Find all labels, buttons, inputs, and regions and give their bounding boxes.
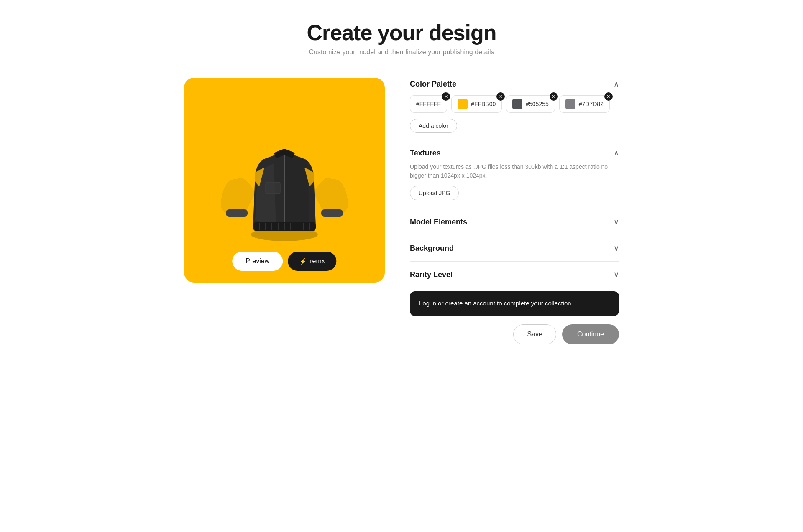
color-palette-header: Color Palette ∧ bbox=[410, 79, 619, 89]
color-palette-chevron-up-icon: ∧ bbox=[614, 79, 619, 89]
rarity-level-title: Rarity Level bbox=[410, 270, 453, 279]
save-button[interactable]: Save bbox=[513, 324, 556, 344]
color-remove-darkgray-button[interactable]: ✕ bbox=[550, 92, 558, 101]
create-account-link[interactable]: create an account bbox=[445, 300, 495, 307]
svg-rect-1 bbox=[226, 209, 248, 217]
action-buttons: Save Continue bbox=[410, 324, 619, 344]
textures-description: Upload your textures as .JPG files less … bbox=[410, 163, 619, 180]
rarity-level-section: Rarity Level ∨ bbox=[410, 262, 619, 288]
main-content: Preview ⚡ remx Color Palette ∧ ✕ #FFFFFF bbox=[109, 69, 694, 369]
color-remove-white-button[interactable]: ✕ bbox=[442, 92, 450, 101]
lightning-icon: ⚡ bbox=[299, 258, 307, 265]
add-color-button[interactable]: Add a color bbox=[410, 119, 457, 133]
login-banner-suffix: to complete your collection bbox=[495, 300, 571, 307]
page-subtitle: Customize your model and then finalize y… bbox=[307, 48, 496, 56]
continue-button[interactable]: Continue bbox=[562, 324, 619, 344]
color-palette-title: Color Palette bbox=[410, 80, 456, 89]
color-item-light-gray: ✕ #7D7D82 bbox=[559, 95, 610, 113]
model-elements-title: Model Elements bbox=[410, 218, 467, 227]
upload-jpg-button[interactable]: Upload JPG bbox=[410, 186, 459, 200]
preview-panel: Preview ⚡ remx bbox=[184, 78, 385, 283]
color-label-yellow: #FFBB00 bbox=[471, 101, 496, 107]
background-chevron-down-icon: ∨ bbox=[614, 244, 619, 253]
color-swatch-dark-gray bbox=[512, 99, 522, 109]
color-item-white: ✕ #FFFFFF bbox=[410, 95, 447, 113]
preview-container: Preview ⚡ remx bbox=[184, 78, 385, 283]
model-elements-header[interactable]: Model Elements ∨ bbox=[410, 217, 619, 227]
background-section: Background ∨ bbox=[410, 235, 619, 262]
preview-buttons: Preview ⚡ remx bbox=[232, 252, 336, 271]
login-link[interactable]: Log in bbox=[419, 300, 436, 307]
color-item-yellow: ✕ #FFBB00 bbox=[451, 95, 502, 113]
preview-button[interactable]: Preview bbox=[232, 252, 283, 271]
rarity-level-header[interactable]: Rarity Level ∨ bbox=[410, 270, 619, 279]
textures-section: Textures ∧ Upload your textures as .JPG … bbox=[410, 140, 619, 209]
model-elements-section: Model Elements ∨ bbox=[410, 209, 619, 235]
color-swatch-yellow bbox=[458, 99, 468, 109]
textures-chevron-up-icon: ∧ bbox=[614, 148, 619, 158]
remx-button[interactable]: ⚡ remx bbox=[288, 252, 337, 271]
color-label-white: #FFFFFF bbox=[416, 101, 441, 107]
model-elements-chevron-down-icon: ∨ bbox=[614, 217, 619, 227]
color-remove-yellow-button[interactable]: ✕ bbox=[496, 92, 505, 101]
jacket-illustration bbox=[217, 113, 351, 247]
config-panel: Color Palette ∧ ✕ #FFFFFF ✕ #FFBB00 ✕ bbox=[410, 78, 619, 344]
background-header[interactable]: Background ∨ bbox=[410, 244, 619, 253]
login-banner: Log in or create an account to complete … bbox=[410, 291, 619, 316]
svg-rect-2 bbox=[321, 209, 343, 217]
rarity-level-chevron-down-icon: ∨ bbox=[614, 270, 619, 279]
color-remove-lightgray-button[interactable]: ✕ bbox=[604, 92, 613, 101]
colors-row: ✕ #FFFFFF ✕ #FFBB00 ✕ #505255 ✕ bbox=[410, 95, 619, 113]
textures-header: Textures ∧ bbox=[410, 148, 619, 158]
color-label-light-gray: #7D7D82 bbox=[579, 101, 604, 107]
color-swatch-light-gray bbox=[565, 99, 575, 109]
color-palette-section: Color Palette ∧ ✕ #FFFFFF ✕ #FFBB00 ✕ bbox=[410, 79, 619, 140]
login-banner-middle: or bbox=[436, 300, 445, 307]
page-title: Create your design bbox=[307, 20, 496, 45]
textures-title: Textures bbox=[410, 149, 441, 158]
color-label-dark-gray: #505255 bbox=[526, 101, 549, 107]
page-header: Create your design Customize your model … bbox=[307, 0, 496, 69]
background-title: Background bbox=[410, 244, 454, 253]
color-item-dark-gray: ✕ #505255 bbox=[506, 95, 555, 113]
